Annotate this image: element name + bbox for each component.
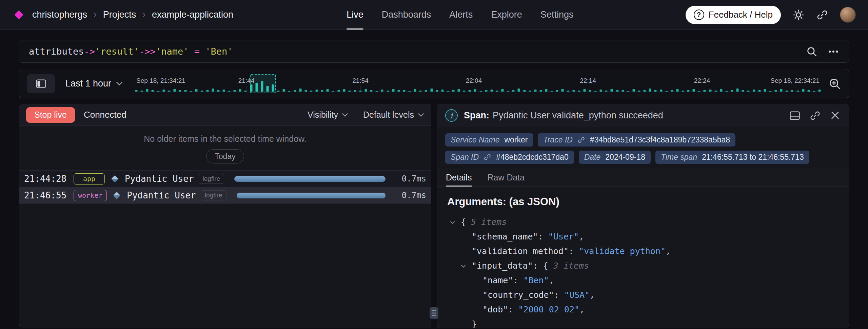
query-bar[interactable]: attributes->'result'->>'name' = 'Ben' bbox=[19, 40, 849, 63]
query-input[interactable]: attributes->'result'->>'name' = 'Ben' bbox=[29, 46, 233, 57]
detail-tabs: DetailsRaw Data bbox=[437, 169, 849, 187]
navbar-left: christophergs›Projects›example-applicati… bbox=[12, 9, 233, 20]
nav-item-dashboards[interactable]: Dashboards bbox=[382, 0, 431, 30]
span-meta-pill[interactable]: Span ID#48eb2cdcdc317da0 bbox=[445, 151, 574, 164]
live-panel-header: Stop live Connected Visibility Default l… bbox=[19, 104, 431, 126]
timeline-end-label: Sep 18, 22:34:21 bbox=[770, 77, 820, 84]
row-timestamp: 21:46:55 bbox=[24, 190, 69, 200]
feedback-help-label: Feedback / Help bbox=[709, 9, 773, 20]
json-line: } bbox=[447, 317, 839, 328]
page-body: attributes->'result'->>'name' = 'Ben' La… bbox=[0, 40, 868, 328]
close-icon[interactable] bbox=[830, 110, 841, 121]
empty-state: No older items in the selected time wind… bbox=[19, 126, 431, 171]
connection-status: Connected bbox=[84, 110, 126, 120]
meta-label: Span ID bbox=[451, 153, 479, 162]
span-meta: Service NameworkerTrace ID#34bd8e51d73c3… bbox=[437, 127, 849, 165]
live-panel: Stop live Connected Visibility Default l… bbox=[19, 104, 431, 328]
panel-divider[interactable] bbox=[431, 104, 437, 328]
feedback-help-button[interactable]: ? Feedback / Help bbox=[686, 6, 781, 24]
log-row[interactable]: 21:46:55workerPydantic Userlogfire0.7ms bbox=[19, 187, 431, 204]
live-header-dropdowns: Visibility Default levels bbox=[308, 110, 424, 120]
copy-link-icon[interactable] bbox=[809, 110, 821, 121]
nav-item-settings[interactable]: Settings bbox=[540, 0, 574, 30]
service-tag: worker bbox=[74, 190, 107, 201]
visibility-label: Visibility bbox=[308, 110, 338, 120]
timeline-tick-label: 21:54 bbox=[352, 77, 369, 84]
json-line: "validation_method": "validate_python", bbox=[447, 244, 839, 258]
drag-handle-icon[interactable] bbox=[430, 307, 438, 319]
timeline-selection[interactable] bbox=[250, 74, 276, 93]
nav-item-alerts[interactable]: Alerts bbox=[449, 0, 473, 30]
arguments-heading: Arguments: (as JSON) bbox=[447, 196, 839, 208]
meta-value: #34bd8e51d73c3f4c8a189b72338a5ba8 bbox=[590, 135, 730, 144]
duration-bar bbox=[234, 176, 386, 182]
tab-raw-data[interactable]: Raw Data bbox=[487, 169, 525, 187]
span-meta-pill: Time span21:46:55.713 to 21:46:55.713 bbox=[655, 151, 809, 164]
link-icon bbox=[577, 136, 585, 144]
collapse-caret-icon[interactable] bbox=[450, 221, 461, 224]
search-icon[interactable] bbox=[806, 46, 817, 57]
duration-bar bbox=[237, 193, 386, 198]
meta-value: worker bbox=[504, 135, 528, 144]
duration-label: 0.7ms bbox=[397, 191, 426, 200]
today-button[interactable]: Today bbox=[206, 149, 244, 163]
more-options-icon[interactable] bbox=[828, 46, 839, 57]
dock-panel-icon[interactable] bbox=[789, 110, 801, 121]
empty-message: No older items in the selected time wind… bbox=[19, 134, 431, 144]
span-meta-pill: Date2024-09-18 bbox=[579, 151, 651, 164]
meta-label: Trace ID bbox=[543, 135, 572, 144]
span-name: Pydantic User bbox=[125, 174, 194, 184]
meta-label: Date bbox=[584, 153, 601, 162]
sidebar-toggle-button[interactable] bbox=[27, 74, 55, 93]
span-meta-pill: Service Nameworker bbox=[445, 133, 533, 147]
nav-item-live[interactable]: Live bbox=[347, 0, 363, 30]
meta-label: Service Name bbox=[451, 135, 499, 144]
json-line: "name": "Ben", bbox=[447, 273, 839, 288]
time-range-select[interactable]: Last 1 hour bbox=[65, 78, 123, 89]
meta-label: Time span bbox=[661, 153, 697, 162]
breadcrumb-item[interactable]: christophergs bbox=[32, 9, 87, 20]
info-icon: i bbox=[445, 109, 458, 122]
span-name: Pydantic User bbox=[127, 190, 196, 200]
stop-live-button[interactable]: Stop live bbox=[26, 107, 75, 123]
timeline-bar: Last 1 hour Sep 18, 21:34:21 Sep 18, 22:… bbox=[19, 69, 849, 98]
breadcrumb: christophergs›Projects›example-applicati… bbox=[32, 9, 233, 20]
nav-item-explore[interactable]: Explore bbox=[491, 0, 522, 30]
tab-details[interactable]: Details bbox=[446, 169, 472, 187]
log-rows: 21:44:28appPydantic Userlogfire0.7ms21:4… bbox=[19, 171, 431, 204]
zoom-icon[interactable] bbox=[828, 77, 841, 90]
meta-value: 2024-09-18 bbox=[605, 153, 645, 162]
timeline-chart[interactable]: Sep 18, 21:34:21 Sep 18, 22:34:21 21:442… bbox=[136, 73, 820, 95]
span-kind-icon bbox=[113, 192, 120, 199]
span-meta-pill[interactable]: Trace ID#34bd8e51d73c3f4c8a189b72338a5ba… bbox=[538, 133, 735, 147]
timeline-baseline bbox=[136, 92, 820, 92]
logfire-logo-icon[interactable] bbox=[14, 10, 23, 19]
timeline-tick-label: 22:04 bbox=[466, 77, 482, 84]
span-title-prefix: Span: bbox=[464, 110, 489, 120]
user-avatar[interactable] bbox=[840, 7, 856, 23]
duration-label: 0.7ms bbox=[397, 174, 426, 183]
chevron-right-icon: › bbox=[142, 8, 146, 19]
collapse-caret-icon[interactable] bbox=[461, 265, 472, 268]
question-icon: ? bbox=[694, 9, 704, 20]
meta-value: 21:46:55.713 to 21:46:55.713 bbox=[702, 153, 804, 162]
time-range-label: Last 1 hour bbox=[65, 78, 111, 89]
breadcrumb-item[interactable]: Projects bbox=[103, 9, 136, 20]
link-icon bbox=[484, 153, 491, 161]
log-row[interactable]: 21:44:28appPydantic Userlogfire0.7ms bbox=[19, 171, 431, 187]
span-title: Span:Pydantic User validate_python succe… bbox=[464, 110, 663, 121]
json-line: "input_data": { 3 items bbox=[447, 258, 839, 273]
timeline-tick-label: 22:14 bbox=[580, 77, 596, 84]
default-levels-label: Default levels bbox=[363, 110, 414, 120]
span-title-text: Pydantic User validate_python succeeded bbox=[493, 110, 663, 120]
service-tag: app bbox=[74, 173, 105, 185]
visibility-dropdown[interactable]: Visibility bbox=[308, 110, 348, 120]
span-detail-actions bbox=[789, 110, 841, 121]
json-line: { 5 items bbox=[447, 215, 839, 229]
default-levels-dropdown[interactable]: Default levels bbox=[363, 110, 424, 120]
breadcrumb-item[interactable]: example-application bbox=[152, 9, 233, 20]
navbar-right: ? Feedback / Help bbox=[686, 6, 856, 24]
timeline-tick-label: 22:24 bbox=[694, 77, 710, 84]
theme-toggle-icon[interactable] bbox=[792, 9, 805, 21]
share-link-icon[interactable] bbox=[816, 9, 828, 21]
